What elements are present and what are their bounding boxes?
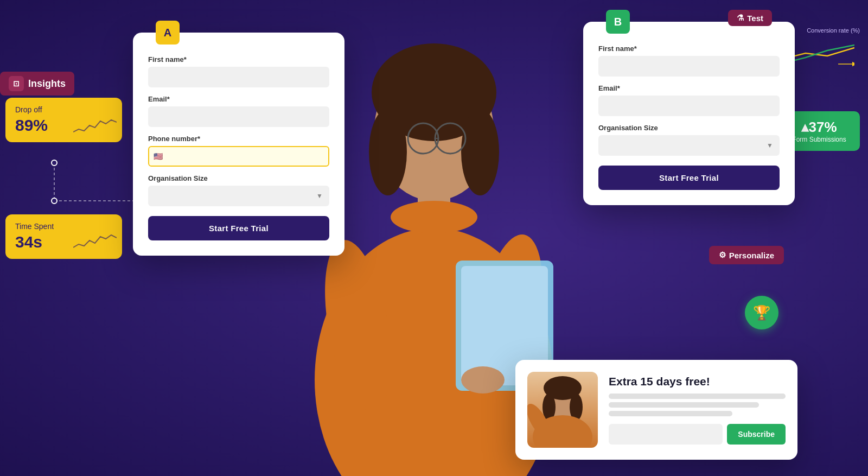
- personalize-card-content: Extra 15 days free! Subscribe: [609, 375, 786, 445]
- form-a-firstname-label: First name*: [148, 55, 329, 64]
- personalize-line-2: [609, 402, 759, 408]
- personalize-card-title: Extra 15 days free!: [609, 375, 786, 388]
- subscribe-button[interactable]: Subscribe: [727, 424, 786, 445]
- form-a-firstname-input[interactable]: [148, 67, 329, 87]
- personalize-card: Extra 15 days free! Subscribe: [515, 360, 797, 460]
- form-a-submit-button[interactable]: Start Free Trial: [148, 216, 329, 240]
- insights-badge: ⊡ Insights: [0, 72, 74, 96]
- form-b-orgsize-label: Organisation Size: [598, 124, 780, 132]
- personalize-text-lines: [609, 394, 786, 416]
- insights-icon: ⊡: [9, 76, 24, 91]
- test-label: Test: [747, 14, 763, 23]
- time-spent-label: Time Spent: [15, 222, 112, 231]
- form-b: B ⚗ Test First name* Email* Organisation…: [583, 22, 795, 205]
- subscribe-row: Subscribe: [609, 424, 786, 445]
- form-b-firstname-label: First name*: [598, 45, 780, 53]
- test-badge: ⚗ Test: [728, 10, 772, 26]
- form-a: A First name* Email* Phone number* 🇺🇸 Or…: [133, 33, 344, 256]
- drop-off-chart: [73, 116, 117, 137]
- form-a-email-input[interactable]: [148, 106, 329, 127]
- form-b-email-label: Email*: [598, 84, 780, 92]
- svg-point-18: [461, 366, 505, 394]
- personalize-label: Personalize: [729, 251, 774, 260]
- form-b-firstname-input[interactable]: [598, 56, 780, 77]
- personalize-line-1: [609, 394, 786, 399]
- form-b-badge: B: [606, 10, 630, 34]
- form-b-email-input[interactable]: [598, 96, 780, 116]
- subscribe-input[interactable]: [609, 424, 723, 445]
- time-spent-chart: [73, 232, 117, 253]
- form-b-submit-button[interactable]: Start Free Trial: [598, 166, 780, 190]
- test-icon: ⚗: [737, 13, 744, 23]
- drop-off-label: Drop off: [15, 105, 112, 114]
- form-a-orgsize-input[interactable]: [148, 186, 329, 206]
- form-a-phone-input[interactable]: [148, 146, 329, 167]
- personalize-card-image: [527, 372, 598, 448]
- insights-label: Insights: [28, 78, 66, 90]
- form-a-email-label: Email*: [148, 95, 329, 103]
- form-a-orgsize-wrapper: ▼: [148, 186, 329, 206]
- svg-point-8: [461, 109, 499, 195]
- form-a-badge: A: [156, 21, 180, 45]
- personalize-icon: ⚙: [719, 250, 726, 260]
- drop-off-card: Drop off 89%: [5, 98, 122, 142]
- submissions-label: Form Submissions: [789, 136, 849, 143]
- svg-point-2: [52, 160, 57, 166]
- svg-point-3: [52, 198, 57, 204]
- personalize-badge: ⚙ Personalize: [709, 246, 784, 264]
- personalize-line-3: [609, 411, 732, 416]
- trophy-badge: 🏆: [745, 296, 778, 329]
- submissions-percent: ▴37%: [789, 119, 849, 136]
- form-b-orgsize-input[interactable]: [598, 135, 780, 156]
- time-spent-card: Time Spent 34s: [5, 214, 122, 259]
- form-a-phone-label: Phone number*: [148, 135, 329, 143]
- form-a-orgsize-label: Organisation Size: [148, 174, 329, 182]
- personalize-person-svg: [527, 372, 598, 448]
- svg-point-7: [369, 109, 407, 195]
- svg-point-10: [391, 201, 477, 233]
- form-b-orgsize-wrapper: ▼: [598, 135, 780, 156]
